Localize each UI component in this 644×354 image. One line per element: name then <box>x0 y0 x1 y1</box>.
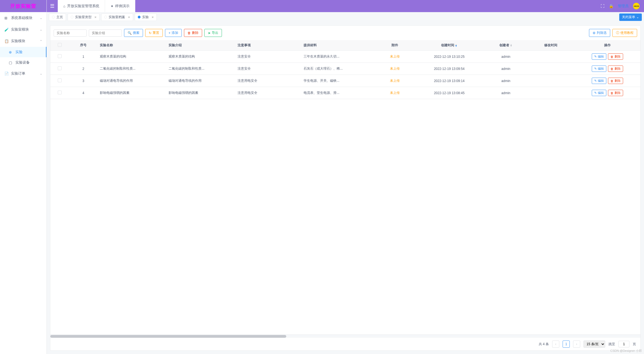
tab-label: 实验 <box>142 15 149 20</box>
search-intro-input[interactable] <box>89 29 122 37</box>
search-name-input[interactable] <box>54 29 87 37</box>
filter-columns-button[interactable]: ⚙列筛选 <box>589 29 610 37</box>
jump-input[interactable] <box>618 341 629 347</box>
sidebar-subitem-experiment[interactable]: ⊕ 实验 <box>0 47 46 57</box>
cell-modified <box>527 51 574 63</box>
col-modified: 修改时间 <box>527 40 574 51</box>
close-icon[interactable]: ✕ <box>128 16 130 19</box>
sidebar-item-experiment-module[interactable]: 📋 实验模块 ⌃ <box>0 35 46 47</box>
sidebar-item-orders[interactable]: 📄 实验订单 ⌄ <box>0 68 46 79</box>
close-icon[interactable]: ✕ <box>152 16 154 19</box>
edit-icon: ✎ <box>594 55 597 58</box>
search-button[interactable]: 🔍搜索 <box>124 29 143 37</box>
row-delete-button[interactable]: 🗑 删除 <box>608 66 623 72</box>
col-notes: 注意事项 <box>235 40 301 51</box>
col-ops: 操作 <box>574 40 640 51</box>
list-icon: 📋 <box>4 39 9 43</box>
pagination: 共 4 条 ‹ 1 › 15 条/页 跳至 页 <box>50 338 640 350</box>
edit-button[interactable]: ✎ 编辑 <box>592 90 606 96</box>
row-checkbox[interactable] <box>58 91 62 94</box>
doc-icon: 📄 <box>4 72 9 76</box>
fullscreen-icon[interactable]: ⛶ <box>601 4 604 8</box>
trash-icon: 🗑 <box>610 67 613 70</box>
cell-materials: 石灰石（或大理石）、稀... <box>301 63 376 75</box>
export-button[interactable]: ➤导出 <box>204 29 222 37</box>
table-header-row: 序号 实验名称 实验介绍 注意事项 提供材料 附件 创建时间▲▼ 创建者▲▼ 修… <box>50 40 640 51</box>
cell-created: 2022-12-19 13:09:14 <box>414 75 485 87</box>
add-button[interactable]: +添加 <box>165 29 182 37</box>
col-created[interactable]: 创建时间▲▼ <box>414 40 485 51</box>
tab-home[interactable]: 主页 <box>49 13 66 21</box>
edit-button[interactable]: ✎ 编辑 <box>592 78 606 84</box>
cell-attachment: 未上传 <box>390 67 400 70</box>
cell-modified <box>527 63 574 75</box>
cell-attachment: 未上传 <box>390 91 400 95</box>
flask-icon: 🧪 <box>4 28 9 32</box>
lock-icon[interactable]: 🔒 <box>609 4 613 8</box>
tab-label: 主页 <box>56 15 63 20</box>
sidebar-item-system[interactable]: ⊞ 系统基础模块 ⌄ <box>0 12 46 24</box>
sidebar: 开放实验室 ⊞ 系统基础模块 ⌄ 🧪 实验室模块 ⌄ 📋 实验模块 ⌃ ⊕ 实验 <box>0 0 47 354</box>
refresh-icon: ↻ <box>149 31 152 35</box>
grid-icon: ⊞ <box>4 16 9 20</box>
tab-lab-archive[interactable]: 实验室档案 ✕ <box>101 13 133 21</box>
tab-lab-type[interactable]: 实验室类型 ✕ <box>68 13 100 21</box>
sidebar-subitem-equipment[interactable]: ▢ 实验设备 <box>0 57 46 68</box>
row-delete-button[interactable]: 🗑 删除 <box>608 78 623 84</box>
row-delete-button[interactable]: 🗑 删除 <box>608 53 623 60</box>
delete-button[interactable]: 🗑删除 <box>184 29 202 37</box>
data-table: 序号 实验名称 实验介绍 注意事项 提供材料 附件 创建时间▲▼ 创建者▲▼ 修… <box>50 40 640 99</box>
edit-button[interactable]: ✎ 编辑 <box>592 66 606 72</box>
plus-icon: + <box>169 31 170 35</box>
col-creator[interactable]: 创建者▲▼ <box>485 40 527 51</box>
cell-creator: admin <box>485 51 527 63</box>
tabs-bar: 主页 实验室类型 ✕ 实验室档案 ✕ 实验 ✕ 关闭菜单 ⌄ <box>47 12 644 22</box>
row-checkbox[interactable] <box>58 66 62 70</box>
header-tab-demo[interactable]: ✦ 样例演示 <box>105 0 135 12</box>
sidebar-item-label: 实验设备 <box>15 60 30 65</box>
logo: 开放实验室 <box>0 0 46 12</box>
horizontal-scrollbar[interactable] <box>50 334 640 338</box>
logo-text: 开放实验室 <box>10 3 36 9</box>
total-text: 共 4 条 <box>539 342 549 347</box>
table-row: 4 影响电磁强弱的因素 影响电磁强弱的因素 注意用电安全 电流表、堂生电源、滑.… <box>50 87 640 99</box>
prev-page-button[interactable]: ‹ <box>552 341 559 348</box>
row-delete-button[interactable]: 🗑 删除 <box>608 90 623 96</box>
select-all-checkbox[interactable] <box>58 43 62 47</box>
edit-icon: ✎ <box>594 67 597 70</box>
header-tab-home[interactable]: ⌂ 开放实验室管理系统 <box>58 0 105 12</box>
row-checkbox[interactable] <box>58 78 62 82</box>
info-icon: ⓘ <box>616 31 619 35</box>
table-wrap[interactable]: 序号 实验名称 实验介绍 注意事项 提供材料 附件 创建时间▲▼ 创建者▲▼ 修… <box>50 40 640 334</box>
cell-notes: 注意用电安全 <box>235 87 301 99</box>
next-page-button[interactable]: › <box>573 341 580 348</box>
cell-attachment: 未上传 <box>390 55 400 58</box>
table-row: 2 二氧化碳的制取和性质... 二氧化碳的制取和性质... 注意安全 石灰石（或… <box>50 63 640 75</box>
header-tab-label: 样例演示 <box>115 4 130 9</box>
close-icon[interactable]: ✕ <box>94 16 97 19</box>
tab-experiment[interactable]: 实验 ✕ <box>135 13 157 21</box>
scrollbar-thumb[interactable] <box>50 335 286 338</box>
edit-button[interactable]: ✎ 编辑 <box>592 53 606 60</box>
col-materials: 提供材料 <box>301 40 376 51</box>
per-page-select[interactable]: 15 条/页 <box>584 341 605 348</box>
row-checkbox[interactable] <box>58 54 62 58</box>
user-men
[interactable]: 管理员 <box>618 4 629 9</box>
edit-icon: ✎ <box>594 79 597 83</box>
cell-name: 二氧化碳的制取和性质... <box>98 63 167 75</box>
avatar[interactable]: JAVA <box>633 3 640 9</box>
toolbar: 🔍搜索 ↻重置 +添加 🗑删除 ➤导出 ⚙列筛选 ⓘ使用教程 <box>50 26 640 40</box>
sidebar-item-lab[interactable]: 🧪 实验室模块 ⌄ <box>0 24 46 35</box>
export-icon: ➤ <box>208 31 211 35</box>
close-menu-button[interactable]: 关闭菜单 ⌄ <box>619 13 642 21</box>
cell-intro: 影响电磁强弱的因素 <box>166 87 235 99</box>
page-button[interactable]: 1 <box>563 341 570 348</box>
chevron-down-icon: ⌄ <box>636 15 639 19</box>
reset-button[interactable]: ↻重置 <box>145 29 163 37</box>
tutorial-button[interactable]: ⓘ使用教程 <box>612 29 637 37</box>
cell-modified <box>527 87 574 99</box>
cell-notes: 注意安全 <box>235 63 301 75</box>
hamburger-button[interactable]: ☰ <box>47 0 58 12</box>
chevron-down-icon: ⌄ <box>40 17 42 20</box>
gear-icon: ⚙ <box>593 31 596 35</box>
